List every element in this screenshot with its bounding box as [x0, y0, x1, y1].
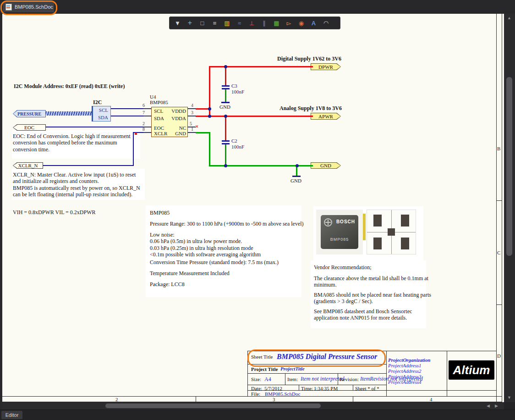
note-digital-supply[interactable]: Digital Supply 1V62 to 3V6: [257, 55, 341, 62]
wire-c2-gnd-stub[interactable]: [225, 144, 226, 166]
scroll-left-arrow[interactable]: ◀: [487, 403, 490, 408]
project-address3[interactable]: ProjectAddress3: [388, 374, 422, 379]
wire-scl[interactable]: [111, 108, 143, 109]
sheet-of-text[interactable]: Sheet * of *: [355, 386, 379, 391]
reuse-block-tool-button[interactable]: ▥: [221, 17, 233, 28]
capacitor-c2-ref[interactable]: C2: [231, 138, 237, 144]
item-value[interactable]: Item not interpreted: [301, 376, 345, 382]
wire-icon: ≈: [238, 20, 241, 27]
pin-name-vddd: VDDD: [164, 108, 186, 114]
no-erc-icon: ◉: [299, 20, 304, 27]
note-bmp085-title[interactable]: BMP085: [150, 210, 170, 216]
titleblock-line: [353, 385, 353, 390]
pin-sda: [143, 116, 151, 116]
place-port-tool-button[interactable]: ▻: [283, 17, 295, 28]
note-xclr[interactable]: XCLR_N: Master Clear. Active low input (…: [13, 171, 140, 198]
vertical-scrollbar-thumb[interactable]: [506, 77, 512, 256]
tab-label: BMP085.SchDoc: [15, 4, 53, 10]
wire-c2-top-stub[interactable]: [225, 116, 226, 141]
bmp085-chip-photo[interactable]: BOSCH BMP085: [316, 210, 363, 254]
select-area-tool-button[interactable]: □: [196, 17, 208, 28]
tab-bmp085-schdoc[interactable]: BMP085.SchDoc: [3, 1, 54, 12]
move-tool-button[interactable]: +: [184, 17, 196, 28]
place-wire-tool-button[interactable]: ≈: [233, 17, 246, 28]
scroll-right-arrow[interactable]: ▶: [495, 403, 498, 408]
note-i2c-address[interactable]: I2C Module Address: 0xEF (read) 0xEE (wr…: [14, 83, 125, 89]
footprint-center-pad: [388, 228, 395, 236]
place-sheet-symbol-tool-button[interactable]: ▦: [270, 17, 283, 28]
capacitor-c3-ref[interactable]: C3: [231, 83, 237, 89]
note-analog-supply[interactable]: Analog Supply 1V8 to 3V6: [255, 105, 342, 111]
note-low-noise[interactable]: Low noise: 0.06 hPa (0.5m) in ultra low …: [150, 232, 261, 258]
note-conversion-time[interactable]: Conversion Time Pressure (standard mode)…: [150, 259, 279, 265]
horizontal-scrollbar-thumb[interactable]: [105, 403, 321, 408]
wire-c3-top-stub[interactable]: [225, 67, 226, 86]
component-value[interactable]: BMP085: [150, 99, 168, 105]
port-dpwr[interactable]: DPWR: [311, 63, 341, 70]
place-no-erc-tool-button[interactable]: ◉: [295, 17, 307, 28]
wire-sda[interactable]: [111, 116, 143, 116]
wire-gnd-pin[interactable]: [196, 132, 210, 133]
port-xclr-n[interactable]: XCLR_N: [13, 162, 43, 169]
gnd-symbol-bar[interactable]: [292, 176, 301, 177]
note-eoc[interactable]: EOC: End of Conversion. Logic high if me…: [13, 133, 131, 153]
size-value[interactable]: A4: [264, 376, 271, 383]
note-temperature[interactable]: Temperature Measurement Included: [150, 270, 230, 276]
wire-xclr-horizontal[interactable]: [43, 165, 133, 166]
place-text-tool-button[interactable]: A: [307, 17, 320, 28]
place-arc-tool-button[interactable]: ◠: [320, 17, 332, 28]
port-eoc[interactable]: EOC: [13, 124, 46, 131]
port-gnd[interactable]: GND: [311, 162, 341, 169]
titleblock-line: [285, 373, 285, 385]
note-package[interactable]: Package: LCC8: [150, 281, 185, 287]
align-tool-button[interactable]: ≡: [208, 17, 221, 28]
pin-gnd: [188, 132, 196, 133]
place-bus-tool-button[interactable]: ∥: [258, 17, 270, 28]
scroll-down-arrow[interactable]: ▼: [507, 395, 511, 400]
signal-harness[interactable]: [46, 111, 92, 116]
note-vih-vil[interactable]: VIH = 0.8xDPWR VIL = 0.2xDPWR: [13, 209, 96, 216]
date-value[interactable]: 5/7/2012: [264, 386, 282, 391]
pin-number: 6: [142, 103, 145, 108]
wire-apwr-horizontal[interactable]: [196, 116, 313, 117]
project-address2[interactable]: ProjectAddress2: [388, 368, 422, 374]
editor-status-button[interactable]: Editor: [1, 411, 22, 419]
file-value[interactable]: BMP085.SchDoc: [265, 391, 300, 397]
harness-port-pressure[interactable]: PRESSURE: [13, 110, 46, 117]
wire-c3-gnd-stub[interactable]: [225, 89, 226, 102]
note-vendor[interactable]: Vendor Recommendation;: [314, 264, 372, 271]
note-heating[interactable]: BMA085 should not be placed near fast he…: [314, 292, 431, 305]
place-power-port-tool-button[interactable]: ⊥: [246, 17, 258, 28]
capacitor-c3-value[interactable]: 100nF: [231, 89, 244, 95]
titleblock-line: [299, 385, 299, 390]
capacitor-c2-plate[interactable]: [222, 140, 230, 142]
pin-xclr: [143, 132, 151, 133]
scroll-up-arrow[interactable]: ▲: [507, 16, 511, 20]
capacitor-c3-plate[interactable]: [222, 85, 230, 87]
project-address1[interactable]: ProjectAddress1: [388, 363, 422, 368]
wire-gnd-vertical[interactable]: [209, 132, 210, 166]
wire-xclr-vertical[interactable]: [133, 132, 134, 166]
note-clearance[interactable]: The clearance above the metal lid shall …: [314, 275, 428, 288]
note-pressure-range[interactable]: Pressure Range: 300 to 1100 hPa (+9000m …: [150, 221, 304, 227]
lcc8-footprint-image[interactable]: [367, 210, 416, 254]
no-connect-marker[interactable]: ×: [195, 123, 198, 130]
pin-name-eoc: EOC: [154, 125, 164, 131]
capacitor-c3-plate[interactable]: [222, 88, 230, 89]
port-apwr[interactable]: APWR: [311, 113, 341, 120]
capacitor-c2-plate[interactable]: [222, 143, 230, 144]
gnd-symbol-label: GND: [290, 178, 301, 184]
gnd-symbol-bar[interactable]: [221, 102, 230, 103]
note-datasheet[interactable]: See BMP085 datasheet and Bosch Sensortec…: [314, 308, 412, 321]
arc-icon: ◠: [323, 20, 329, 27]
project-title-value[interactable]: ProjectTitle: [280, 366, 305, 371]
harness-label-i2c[interactable]: I2C: [93, 99, 102, 105]
time-value[interactable]: 1:34:35 PM: [314, 386, 338, 391]
filter-tool-button[interactable]: ▼: [171, 17, 184, 28]
capacitor-c2-value[interactable]: 100nF: [231, 144, 244, 150]
wire-eoc[interactable]: [46, 127, 143, 127]
sheet-border: [496, 14, 497, 402]
project-organization[interactable]: ProjectOrganization: [388, 357, 430, 363]
project-address4[interactable]: ProjectAddress4: [388, 379, 422, 385]
sheet-title-value[interactable]: BMP085 Digital Pressure Sensor: [277, 353, 377, 361]
